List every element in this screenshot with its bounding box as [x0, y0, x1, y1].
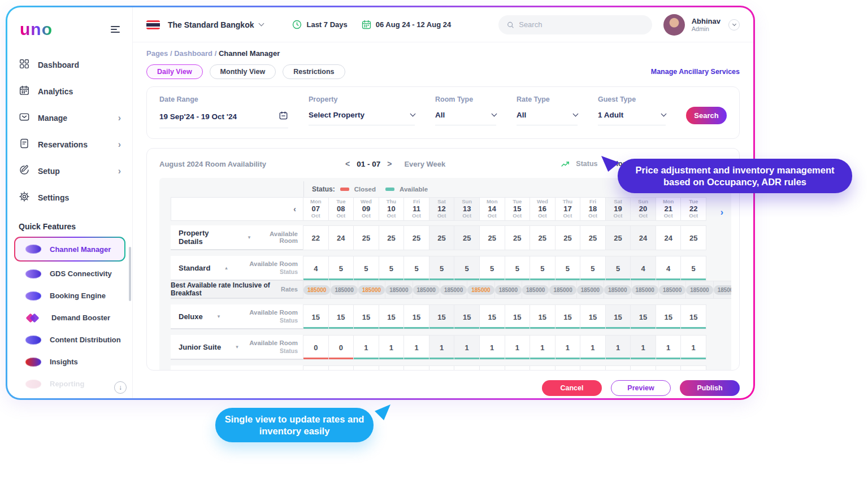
standard-cell-12[interactable]: 5: [429, 256, 455, 281]
time-filter[interactable]: Last 7 Days: [292, 19, 347, 30]
sidebar-scrollbar[interactable]: [129, 247, 131, 301]
property-cell-16[interactable]: 25: [530, 225, 555, 250]
filter-value-date-range[interactable]: 19 Sep'24 - 19 Oct '24: [159, 111, 288, 128]
breadcrumb-pages[interactable]: Pages: [146, 49, 168, 58]
property-cell-18[interactable]: 25: [580, 225, 606, 250]
junior-cell-17[interactable]: 1: [555, 335, 581, 360]
caret-icon[interactable]: ▾: [236, 344, 238, 350]
junior-cell-19[interactable]: 1: [605, 335, 631, 360]
deluxe-cell-13[interactable]: 15: [454, 304, 480, 329]
rate-cell-13[interactable]: 185000: [467, 281, 494, 299]
deluxe-cell-19[interactable]: 15: [605, 304, 631, 329]
sidebar-item-dashboard[interactable]: Dashboard: [7, 51, 132, 78]
quick-feature-reporting[interactable]: Reporting: [7, 373, 132, 395]
filter-value-room-type[interactable]: All: [435, 111, 496, 125]
property-cell-20[interactable]: 24: [630, 225, 656, 250]
pager-prev-button[interactable]: <: [345, 159, 350, 168]
rate-cell-12[interactable]: 185000: [440, 281, 467, 299]
preview-button[interactable]: Preview: [611, 380, 671, 396]
junior-cell-09[interactable]: 1: [353, 335, 379, 360]
junior-cell-21[interactable]: 1: [656, 335, 682, 360]
publish-button[interactable]: Publish: [680, 380, 740, 396]
junior-cell-08[interactable]: 0: [328, 335, 354, 360]
rate-cell-15[interactable]: 185000: [522, 281, 549, 299]
standard-cell-07[interactable]: 4: [303, 256, 329, 281]
caret-icon[interactable]: ▴: [225, 265, 228, 271]
standard-cell-08[interactable]: 5: [328, 256, 354, 281]
deluxe-cell-10[interactable]: 15: [379, 304, 405, 329]
property-cell-10[interactable]: 25: [379, 225, 405, 250]
deluxe-cell-16[interactable]: 15: [530, 304, 555, 329]
sidebar-item-manage[interactable]: Manage›: [7, 104, 132, 131]
junior-cell-16[interactable]: 1: [530, 335, 555, 360]
rate-cell-16[interactable]: 185000: [549, 281, 576, 299]
filter-value-guest-type[interactable]: 1 Adult: [598, 111, 666, 125]
property-selector[interactable]: The Standard Bangkok: [168, 20, 254, 29]
search-button[interactable]: Search: [686, 107, 727, 124]
standard-cell-10[interactable]: 5: [379, 256, 405, 281]
deluxe-cell-09[interactable]: 15: [353, 304, 379, 329]
deluxe-cell-18[interactable]: 15: [580, 304, 606, 329]
property-cell-21[interactable]: 24: [656, 225, 682, 250]
standard-cell-16[interactable]: 5: [530, 256, 555, 281]
junior-cell-18[interactable]: 1: [580, 335, 606, 360]
rate-cell-21[interactable]: 185000: [685, 281, 713, 299]
rate-cell-10[interactable]: 185000: [385, 281, 413, 299]
property-cell-15[interactable]: 25: [505, 225, 531, 250]
rate-cell-18[interactable]: 185000: [604, 281, 631, 299]
standard-cell-09[interactable]: 5: [353, 256, 379, 281]
deluxe-cell-08[interactable]: 15: [328, 304, 354, 329]
property-cell-12[interactable]: 25: [429, 225, 455, 250]
next-week-arrow[interactable]: ›: [721, 207, 723, 217]
rate-cell-22[interactable]: 185000: [713, 281, 731, 299]
standard-cell-14[interactable]: 5: [479, 256, 505, 281]
scroll-down-button[interactable]: ↓: [114, 381, 127, 394]
quick-feature-channel-manager[interactable]: Channel Manager: [14, 237, 125, 262]
deluxe-cell-12[interactable]: 15: [429, 304, 455, 329]
sidebar-item-settings[interactable]: Settings: [7, 184, 132, 211]
caret-icon[interactable]: ▾: [218, 313, 220, 319]
standard-cell-22[interactable]: 5: [680, 256, 706, 281]
quick-feature-demand-booster[interactable]: Demand Booster: [7, 307, 132, 329]
junior-cell-07[interactable]: 0: [303, 335, 329, 360]
rate-cell-17[interactable]: 185000: [576, 281, 604, 299]
property-cell-09[interactable]: 25: [353, 225, 379, 250]
deluxe-cell-14[interactable]: 15: [479, 304, 505, 329]
tab-monthly-view[interactable]: Monthly View: [210, 64, 276, 79]
property-cell-22[interactable]: 25: [680, 225, 706, 250]
junior-cell-14[interactable]: 1: [479, 335, 505, 360]
search-input[interactable]: [519, 20, 644, 29]
standard-cell-18[interactable]: 5: [580, 256, 606, 281]
quick-feature-insights[interactable]: Insights: [7, 351, 132, 373]
deluxe-cell-07[interactable]: 15: [303, 304, 329, 329]
header-date-range[interactable]: 06 Aug 24 - 12 Aug 24: [361, 19, 451, 30]
standard-cell-15[interactable]: 5: [505, 256, 531, 281]
breadcrumb-dashboard[interactable]: Dashboard: [174, 49, 212, 58]
junior-cell-11[interactable]: 1: [403, 335, 429, 360]
junior-cell-10[interactable]: 1: [379, 335, 405, 360]
junior-cell-12[interactable]: 1: [429, 335, 455, 360]
deluxe-cell-21[interactable]: 15: [656, 304, 682, 329]
cancel-button[interactable]: Cancel: [542, 380, 602, 396]
user-menu-button[interactable]: [728, 19, 740, 31]
rate-cell-19[interactable]: 185000: [631, 281, 659, 299]
manage-ancillary-link[interactable]: Manage Ancillary Services: [651, 68, 740, 76]
rate-cell-20[interactable]: 185000: [658, 281, 686, 299]
standard-cell-13[interactable]: 5: [454, 256, 480, 281]
standard-cell-20[interactable]: 4: [630, 256, 656, 281]
property-cell-19[interactable]: 25: [605, 225, 631, 250]
property-cell-07[interactable]: 22: [303, 225, 329, 250]
standard-cell-19[interactable]: 5: [605, 256, 631, 281]
tab-daily-view[interactable]: Daily View: [146, 64, 203, 79]
sidebar-item-analytics[interactable]: Analytics: [7, 78, 132, 104]
avatar[interactable]: [663, 14, 685, 36]
grid-prev-arrow[interactable]: ‹: [293, 204, 296, 214]
rate-cell-14[interactable]: 185000: [494, 281, 522, 299]
menu-toggle-icon[interactable]: [111, 24, 120, 34]
filter-value-rate-type[interactable]: All: [517, 111, 578, 125]
deluxe-cell-20[interactable]: 15: [630, 304, 656, 329]
rate-cell-07[interactable]: 185000: [303, 281, 331, 299]
junior-cell-22[interactable]: 1: [680, 335, 706, 360]
deluxe-cell-22[interactable]: 15: [680, 304, 706, 329]
property-cell-14[interactable]: 25: [479, 225, 505, 250]
